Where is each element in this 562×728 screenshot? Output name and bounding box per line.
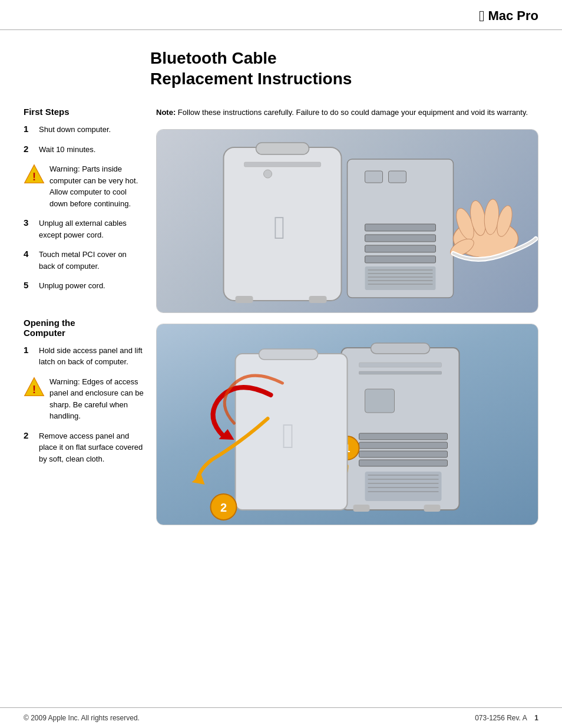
open-step-number-1: 1 bbox=[24, 345, 34, 355]
step-number-1: 1 bbox=[24, 124, 34, 134]
warning-text-2: Warning: Edges of access panel and enclo… bbox=[49, 376, 144, 422]
open-step-text-2: Remove access panel and place it on flat… bbox=[39, 430, 144, 465]
first-steps-heading: First Steps bbox=[24, 107, 144, 117]
doc-info: 073-1256 Rev. A 1 bbox=[475, 714, 538, 722]
illustration-2: 1  bbox=[156, 324, 538, 525]
step-number-3: 3 bbox=[24, 218, 34, 228]
step-text-1: Shut down computer. bbox=[39, 124, 111, 136]
apple-logo-icon:  bbox=[479, 8, 485, 24]
mac-pro-svg-2: 1  bbox=[157, 324, 538, 525]
svg-rect-32 bbox=[353, 505, 370, 512]
warning-block-2: ! Warning: Edges of access panel and enc… bbox=[24, 376, 144, 422]
svg-rect-34 bbox=[359, 363, 442, 367]
step-text-2: Wait 10 minutes. bbox=[39, 144, 95, 156]
opening-computer-section: Opening the Computer 1 Hold side access … bbox=[24, 318, 144, 465]
svg-rect-6 bbox=[256, 143, 309, 154]
note-text: Follow these instructions carefully. Fai… bbox=[178, 108, 528, 117]
illustration-1:  bbox=[156, 129, 538, 313]
copyright-text: © 2009 Apple Inc. All rights reserved. bbox=[24, 714, 140, 722]
svg-rect-38 bbox=[359, 442, 448, 449]
open-step-text-1: Hold side access panel and lift latch on… bbox=[39, 345, 144, 368]
svg-rect-52 bbox=[259, 349, 318, 360]
svg-rect-8 bbox=[309, 296, 327, 303]
header-title:  Mac Pro bbox=[479, 8, 538, 24]
open-step-1: 1 Hold side access panel and lift latch … bbox=[24, 345, 144, 368]
svg-rect-14 bbox=[365, 245, 436, 252]
main-content: First Steps 1 Shut down computer. 2 Wait… bbox=[0, 95, 562, 536]
product-name: Mac Pro bbox=[488, 8, 538, 24]
warning-icon-2: ! bbox=[24, 376, 45, 397]
svg-rect-22 bbox=[365, 171, 383, 183]
svg-rect-12 bbox=[365, 224, 436, 231]
note-label: Note: bbox=[156, 108, 176, 117]
illustration-1-content:  bbox=[157, 130, 538, 312]
right-column: Note: Follow these instructions carefull… bbox=[150, 95, 538, 536]
warning-block-1: ! Warning: Parts inside computer can be … bbox=[24, 163, 144, 209]
warning-icon-1: ! bbox=[24, 163, 45, 185]
step-4: 4 Touch metal PCI cover on back of compu… bbox=[24, 249, 144, 272]
step-3: 3 Unplug all external cables except powe… bbox=[24, 218, 144, 241]
svg-rect-41 bbox=[365, 472, 442, 501]
illustration-2-content: 1  bbox=[157, 324, 538, 525]
step-5: 5 Unplug power cord. bbox=[24, 280, 144, 292]
step-number-2: 2 bbox=[24, 144, 34, 154]
page-footer: © 2009 Apple Inc. All rights reserved. 0… bbox=[0, 707, 562, 728]
step-text-4: Touch metal PCI cover on back of compute… bbox=[39, 249, 144, 272]
open-step-number-2: 2 bbox=[24, 430, 34, 440]
page-header:  Mac Pro bbox=[0, 0, 562, 30]
svg-rect-9 bbox=[244, 162, 321, 167]
svg-rect-39 bbox=[359, 451, 448, 457]
step-number-4: 4 bbox=[24, 249, 34, 259]
svg-rect-15 bbox=[365, 256, 436, 263]
svg-text::  bbox=[282, 416, 295, 456]
svg-text:!: ! bbox=[32, 383, 36, 395]
svg-text::  bbox=[273, 209, 285, 246]
svg-rect-40 bbox=[359, 460, 448, 466]
svg-rect-23 bbox=[389, 171, 406, 183]
svg-rect-37 bbox=[359, 433, 448, 440]
warning-label-2: Warning: bbox=[49, 377, 80, 386]
step-1: 1 Shut down computer. bbox=[24, 124, 144, 136]
page-title-section: Bluetooth Cable Replacement Instructions bbox=[0, 30, 562, 95]
step-number-5: 5 bbox=[24, 280, 34, 290]
note-box: Note: Follow these instructions carefull… bbox=[156, 107, 538, 118]
step-text-3: Unplug all external cables except power … bbox=[39, 218, 144, 241]
mac-pro-svg-1:  bbox=[157, 130, 538, 312]
left-column: First Steps 1 Shut down computer. 2 Wait… bbox=[24, 95, 150, 536]
first-steps-section: First Steps 1 Shut down computer. 2 Wait… bbox=[24, 95, 144, 292]
svg-rect-33 bbox=[424, 505, 441, 512]
svg-rect-31 bbox=[371, 343, 430, 354]
svg-rect-36 bbox=[365, 389, 395, 413]
svg-rect-13 bbox=[365, 235, 436, 242]
svg-text:2: 2 bbox=[220, 501, 227, 514]
svg-text:!: ! bbox=[32, 171, 36, 183]
right-section-start: Note: Follow these instructions carefull… bbox=[156, 95, 538, 525]
svg-point-10 bbox=[264, 170, 272, 178]
page-title: Bluetooth Cable Replacement Instructions bbox=[150, 48, 538, 89]
page-number: 1 bbox=[534, 714, 538, 722]
step-text-5: Unplug power cord. bbox=[39, 280, 105, 292]
open-step-2: 2 Remove access panel and place it on fl… bbox=[24, 430, 144, 465]
doc-number: 073-1256 Rev. A bbox=[475, 714, 527, 722]
svg-rect-35 bbox=[359, 371, 442, 374]
warning-text-1: Warning: Parts inside computer can be ve… bbox=[49, 163, 144, 209]
step-2: 2 Wait 10 minutes. bbox=[24, 144, 144, 156]
svg-rect-7 bbox=[236, 296, 253, 303]
warning-label-1: Warning: bbox=[49, 164, 80, 173]
opening-computer-heading: Opening the Computer bbox=[24, 318, 144, 338]
